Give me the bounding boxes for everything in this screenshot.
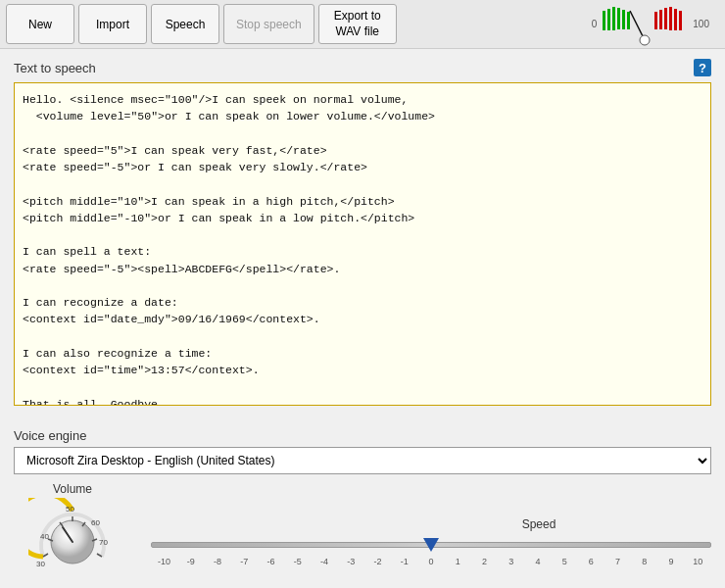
svg-point-13 bbox=[640, 35, 650, 45]
toolbar: New Import Speech Stop speech Export to … bbox=[0, 0, 725, 49]
speed-scale-mark: -8 bbox=[204, 557, 230, 566]
speed-scale-mark: 1 bbox=[445, 557, 471, 566]
speed-slider-area: Speed -10-9-8-7-6-5-4-3-2-1012345678910 bbox=[151, 517, 711, 566]
speed-scale-mark: 10 bbox=[685, 557, 711, 566]
speed-label: Speed bbox=[366, 517, 711, 531]
speed-scale-mark: -10 bbox=[151, 557, 177, 566]
svg-text:40: 40 bbox=[40, 532, 49, 541]
speed-scale-mark: 4 bbox=[524, 557, 551, 566]
svg-rect-3 bbox=[617, 8, 620, 29]
voice-engine-select[interactable]: Microsoft Zira Desktop - English (United… bbox=[14, 447, 711, 474]
svg-text:50: 50 bbox=[66, 505, 74, 514]
bottom-controls: Volume bbox=[0, 474, 725, 566]
volume-meter-area: 0 1 bbox=[592, 4, 719, 44]
meter-max-label: 100 bbox=[693, 19, 709, 29]
speech-button[interactable]: Speech bbox=[151, 4, 219, 44]
svg-text:60: 60 bbox=[91, 518, 100, 527]
svg-rect-4 bbox=[622, 10, 625, 29]
speed-scale-mark: 9 bbox=[657, 557, 684, 566]
volume-knob-svg: 30 40 50 60 70 bbox=[28, 498, 117, 566]
speed-scale-mark: -6 bbox=[258, 557, 284, 566]
meter-min-label: 0 bbox=[592, 19, 598, 29]
svg-rect-7 bbox=[659, 10, 662, 29]
speed-scale-mark: 0 bbox=[417, 557, 444, 566]
speed-scale-mark: -9 bbox=[177, 557, 204, 566]
svg-rect-5 bbox=[627, 12, 630, 29]
text-editor[interactable]: Hello. <silence msec="100"/>I can speek … bbox=[14, 82, 711, 406]
volume-knob-container: 30 40 50 60 70 bbox=[28, 498, 117, 566]
new-button[interactable]: New bbox=[6, 4, 74, 44]
svg-rect-2 bbox=[612, 7, 615, 30]
tts-section-header: Text to speech ? bbox=[14, 59, 711, 76]
speed-scale-mark: -4 bbox=[311, 557, 337, 566]
speed-scale-mark: 3 bbox=[498, 557, 524, 566]
export-wav-button[interactable]: Export to WAV file bbox=[318, 4, 397, 44]
speed-scale-mark: 8 bbox=[631, 557, 657, 566]
svg-text:30: 30 bbox=[36, 560, 45, 566]
voice-engine-label: Voice engine bbox=[14, 428, 711, 443]
main-content: Text to speech ? Hello. <silence msec="1… bbox=[0, 49, 725, 418]
speed-scale-mark: 2 bbox=[471, 557, 498, 566]
speed-thumb bbox=[423, 538, 439, 552]
speed-scale: -10-9-8-7-6-5-4-3-2-1012345678910 bbox=[151, 557, 711, 566]
svg-rect-10 bbox=[674, 9, 677, 30]
svg-rect-8 bbox=[664, 8, 667, 29]
svg-text:70: 70 bbox=[99, 538, 108, 547]
svg-rect-0 bbox=[603, 11, 605, 30]
speed-scale-mark: -7 bbox=[231, 557, 258, 566]
meter-svg bbox=[601, 3, 689, 46]
speed-scale-mark: -3 bbox=[338, 557, 364, 566]
svg-rect-11 bbox=[679, 11, 682, 30]
speed-scale-mark: 5 bbox=[552, 557, 578, 566]
stop-speech-button[interactable]: Stop speech bbox=[223, 4, 314, 44]
volume-label: Volume bbox=[53, 482, 92, 496]
tts-label: Text to speech bbox=[14, 61, 96, 75]
speed-scale-mark: 7 bbox=[604, 557, 631, 566]
help-icon[interactable]: ? bbox=[694, 59, 711, 76]
svg-rect-1 bbox=[607, 9, 610, 30]
needle-meter bbox=[601, 3, 689, 46]
speed-scale-mark: -1 bbox=[391, 557, 417, 566]
import-button[interactable]: Import bbox=[78, 4, 147, 44]
volume-knob-area: Volume bbox=[14, 482, 131, 566]
speed-scale-mark: -5 bbox=[284, 557, 311, 566]
speed-scale-mark: -2 bbox=[364, 557, 391, 566]
voice-engine-section: Voice engine Microsoft Zira Desktop - En… bbox=[0, 428, 725, 474]
svg-rect-9 bbox=[669, 7, 672, 30]
svg-rect-6 bbox=[654, 12, 657, 29]
speed-track-wrapper bbox=[151, 535, 711, 555]
speed-scale-mark: 6 bbox=[578, 557, 604, 566]
